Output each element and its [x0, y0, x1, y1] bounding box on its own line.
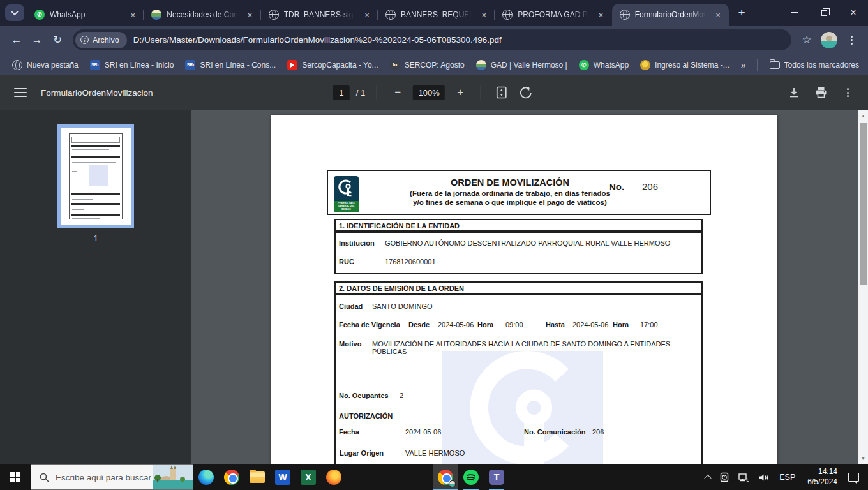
tab-label: Necesidades de Cont: [167, 10, 239, 19]
thumbnail-page-number: 1: [57, 234, 134, 243]
page-number-input[interactable]: 1: [333, 85, 350, 100]
bookmark-sercopcapacita[interactable]: SercopCapacita - Yo...: [281, 57, 384, 73]
restore-button[interactable]: [809, 0, 839, 26]
tab-tdr-banners[interactable]: TDR_BANNERS-signe ×: [261, 4, 378, 26]
scrollbar-thumb[interactable]: [860, 123, 867, 285]
tab-necesidades[interactable]: Necesidades de Cont ×: [144, 4, 260, 26]
motivo-value: MOVILIZACIÓN DE AUTORIDADES HACIA LA CIU…: [372, 340, 701, 355]
teams-icon: T: [489, 470, 504, 485]
close-icon[interactable]: ×: [127, 9, 138, 20]
forward-button[interactable]: →: [27, 30, 47, 50]
page-canvas-area: CONTRALORÍA GENERAL DEL ESTADO ORDEN DE …: [191, 110, 858, 464]
minimize-button[interactable]: [780, 0, 809, 26]
app-teams[interactable]: T: [484, 464, 509, 490]
app-chrome[interactable]: [219, 464, 244, 490]
tab-proforma[interactable]: PROFORMA GAD PAR ×: [495, 4, 611, 26]
desktop: ✆ WhatsApp × Necesidades de Cont × TDR_B…: [0, 0, 868, 490]
cge-logo-icon: [334, 176, 359, 201]
tab-label: FormularioOrdenMov: [635, 10, 707, 19]
app-firefox[interactable]: [321, 464, 347, 490]
tray-network[interactable]: [734, 464, 754, 490]
windows-icon: [10, 472, 20, 482]
url-text[interactable]: D:/Users/Master/Downloads/FormularioOrde…: [133, 35, 502, 45]
globe-icon: [12, 60, 22, 70]
menu-hamburger-icon[interactable]: [14, 88, 27, 97]
action-center-button[interactable]: [844, 464, 868, 490]
close-icon[interactable]: ×: [478, 9, 490, 20]
back-button[interactable]: ←: [6, 30, 27, 50]
tab-formulario-active[interactable]: FormularioOrdenMov ×: [612, 4, 729, 26]
close-icon[interactable]: ×: [712, 9, 724, 20]
bookmarks-bar: Nueva pestaña SRı SRI en Línea - Inicio …: [0, 54, 868, 75]
reload-button[interactable]: ↻: [47, 30, 68, 50]
all-bookmarks-button[interactable]: Todos los marcadores: [764, 57, 865, 73]
zoom-in-button[interactable]: +: [451, 84, 469, 101]
close-window-button[interactable]: ×: [839, 0, 868, 26]
bookmark-gad-valle-hermoso[interactable]: GAD | Valle Hermoso |: [470, 57, 573, 73]
doc-no-value: 206: [642, 181, 658, 192]
scroll-down-arrow[interactable]: ▼: [858, 454, 868, 463]
app-edge[interactable]: [193, 464, 219, 490]
gold-crest-icon: [640, 60, 650, 70]
app-word[interactable]: W: [270, 464, 296, 490]
all-bookmarks-label: Todos los marcadores: [784, 61, 859, 70]
section1-title: 1. IDENTIFICACIÓN DE LA ENTIDAD: [334, 219, 703, 232]
fit-page-button[interactable]: [493, 84, 511, 101]
tab-label: BANNERS_REQUERIM: [401, 10, 473, 19]
app-spotify[interactable]: [458, 464, 484, 490]
print-button[interactable]: [812, 84, 830, 101]
bookmarks-overflow-button[interactable]: »: [735, 57, 751, 73]
scroll-up-arrow[interactable]: ▲: [858, 111, 868, 121]
zoom-out-button[interactable]: −: [389, 84, 407, 101]
search-highlight-image[interactable]: [153, 465, 193, 489]
close-icon[interactable]: ×: [244, 9, 256, 20]
profile-badge: [449, 480, 456, 487]
tab-whatsapp[interactable]: ✆ WhatsApp ×: [27, 4, 144, 26]
bookmark-ingreso-sistema[interactable]: Ingreso al Sistema -...: [634, 57, 735, 73]
folder-icon: [770, 61, 780, 69]
download-button[interactable]: [785, 84, 803, 101]
tray-expand-button[interactable]: [701, 464, 715, 490]
bookmark-sri-inicio[interactable]: SRı SRI en Línea - Inicio: [84, 57, 180, 73]
app-chrome-active[interactable]: [433, 464, 458, 490]
pdf-toolbar: FormularioOrdenMovilizacion 1 / 1 − 100%…: [0, 75, 868, 110]
tray-volume[interactable]: [754, 464, 774, 490]
bookmark-label: WhatsApp: [594, 61, 629, 70]
bookmark-star-button[interactable]: ☆: [797, 30, 817, 50]
taskbar-search[interactable]: Escribe aquí para buscar: [31, 464, 193, 490]
browser-menu-button[interactable]: [841, 30, 862, 50]
close-icon[interactable]: ×: [361, 9, 373, 20]
file-mode-chip[interactable]: i Archivo: [75, 32, 127, 48]
pdf-menu-button[interactable]: [839, 84, 857, 101]
divider: [377, 85, 377, 100]
bookmark-sri-consultas[interactable]: SRı SRI en Línea - Cons...: [179, 57, 281, 73]
vertical-scrollbar[interactable]: ▲ ▼: [858, 110, 868, 464]
clock[interactable]: 14:14 6/5/2024: [801, 464, 844, 490]
new-tab-button[interactable]: +: [733, 4, 751, 22]
kebab-icon: [844, 36, 859, 45]
bookmark-sercop-agosto[interactable]: fn SERCOP: Agosto: [384, 57, 470, 73]
autorizacion-label: AUTORIZACIÓN: [339, 412, 393, 420]
profile-avatar[interactable]: [821, 32, 837, 48]
language-indicator[interactable]: ESP: [774, 464, 801, 490]
start-button[interactable]: [0, 464, 31, 490]
ocupantes-label: No. Ocupantes: [339, 392, 389, 399]
rotate-button[interactable]: [517, 84, 535, 101]
close-icon[interactable]: ×: [595, 9, 607, 20]
bookmark-nueva-pestana[interactable]: Nueva pestaña: [6, 57, 84, 73]
tray-alarms[interactable]: [715, 464, 734, 490]
page-thumbnail[interactable]: [57, 124, 134, 228]
app-excel[interactable]: X: [296, 464, 321, 490]
app-file-explorer[interactable]: [244, 464, 270, 490]
tab-banners-requerim[interactable]: BANNERS_REQUERIM ×: [378, 4, 495, 26]
section2-title: 2. DATOS DE EMISIÓN DE LA ORDEN: [334, 281, 703, 294]
address-bar[interactable]: i Archivo D:/Users/Master/Downloads/Form…: [73, 29, 791, 50]
vigencia-label: Fecha de Vigencia: [339, 321, 400, 329]
bookmark-label: Nueva pestaña: [27, 61, 79, 70]
zoom-level[interactable]: 100%: [413, 85, 445, 100]
bookmark-whatsapp[interactable]: ✆ WhatsApp: [573, 57, 634, 73]
divider: [757, 59, 758, 71]
doc-title: ORDEN DE MOVILIZACIÓN: [405, 177, 615, 188]
tray-date: 6/5/2024: [807, 477, 837, 487]
tab-search-button[interactable]: [5, 4, 24, 21]
